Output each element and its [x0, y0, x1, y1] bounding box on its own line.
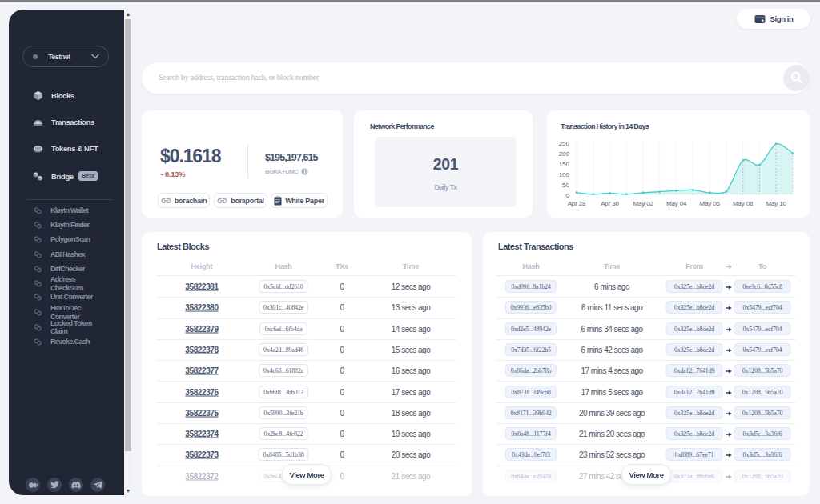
svg-text:0: 0: [566, 192, 570, 199]
svg-text:May 08: May 08: [733, 200, 754, 207]
svg-text:Apr 28: Apr 28: [568, 200, 586, 207]
svg-text:May 02: May 02: [633, 200, 653, 207]
svg-text:Apr 30: Apr 30: [601, 200, 619, 207]
svg-text:May 10: May 10: [766, 200, 787, 207]
svg-text:May 06: May 06: [700, 200, 721, 207]
svg-text:150: 150: [559, 161, 570, 168]
svg-text:May 04: May 04: [666, 200, 687, 207]
svg-text:200: 200: [559, 150, 570, 158]
svg-text:250: 250: [559, 140, 570, 147]
svg-text:100: 100: [559, 171, 570, 178]
svg-text:50: 50: [562, 182, 569, 189]
